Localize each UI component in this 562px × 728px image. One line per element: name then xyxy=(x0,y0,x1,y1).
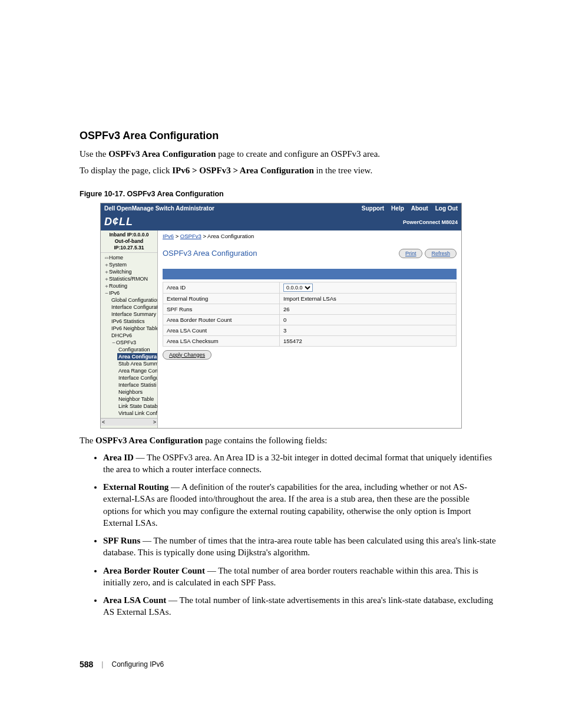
row-label: SPF Runs xyxy=(163,304,280,314)
page-number: 588 xyxy=(80,660,93,669)
scrollbar[interactable]: < > xyxy=(101,418,157,426)
tree-item[interactable]: Area Range Con xyxy=(117,367,157,374)
config-table: Area ID 0.0.0.0 External Routing Import … xyxy=(163,282,457,347)
tree-statistics[interactable]: +Statistics/RMON xyxy=(103,275,157,282)
term: SPF Runs xyxy=(103,536,140,545)
refresh-button[interactable]: Refresh xyxy=(425,249,457,258)
text-bold: IPv6 > OSPFv3 > Area Configuration xyxy=(172,166,314,175)
app-topbar: Dell OpenManage Switch Administrator Sup… xyxy=(101,203,461,214)
table-row: Area Border Router Count 0 xyxy=(163,314,457,325)
scroll-right-icon[interactable]: > xyxy=(153,419,156,425)
row-label: External Routing xyxy=(163,293,280,304)
text: The xyxy=(80,436,95,445)
field-list: Area ID — The OSPFv3 area. An Area ID is… xyxy=(80,452,497,618)
text: page contains the following fields: xyxy=(203,436,327,445)
outband-ip: Out-of-band IP:10.27.5.31 xyxy=(101,238,157,251)
brand-bar: D¢LL PowerConnect M8024 xyxy=(101,214,461,230)
tree-item[interactable]: Virtual Link Conf xyxy=(117,410,157,417)
breadcrumb-ospfv3[interactable]: OSPFv3 xyxy=(180,233,201,239)
about-link[interactable]: About xyxy=(411,205,428,212)
text: page to create and configure an OSPFv3 a… xyxy=(216,149,380,159)
tree-item[interactable]: Interface Summary xyxy=(110,311,157,318)
row-label: Area LSA Checksum xyxy=(163,335,280,346)
tree-item[interactable]: IPv6 Neighbor Table xyxy=(110,325,157,332)
tree-item[interactable]: Interface Statisti xyxy=(117,381,157,388)
list-item: Area LSA Count — The total number of lin… xyxy=(103,594,497,618)
list-item: External Routing — A definition of the r… xyxy=(103,481,497,529)
table-row: Area ID 0.0.0.0 xyxy=(163,282,457,293)
tree-item[interactable]: Global Configuration xyxy=(110,297,157,304)
table-row: SPF Runs 26 xyxy=(163,304,457,314)
apply-changes-button[interactable]: Apply Changes xyxy=(163,350,211,360)
nav-sidebar: Inband IP:0.0.0.0 Out-of-band IP:10.27.5… xyxy=(101,230,158,428)
content-pane: IPv6 > OSPFv3 > Area Configuration OSPFv… xyxy=(158,230,461,428)
model-label: PowerConnect M8024 xyxy=(403,219,458,225)
page-footer: 588 | Configuring IPv6 xyxy=(80,660,497,669)
tree-switching[interactable]: +Switching xyxy=(103,268,157,275)
figure-caption: Figure 10-17. OSPFv3 Area Configuration xyxy=(80,190,497,198)
tree-item[interactable]: Neighbor Table xyxy=(117,396,157,403)
row-value: 0 xyxy=(280,314,457,325)
row-label: Area Border Router Count xyxy=(163,314,280,325)
table-row: Area LSA Checksum 155472 xyxy=(163,335,457,346)
text: To display the page, click xyxy=(80,166,172,175)
inband-ip: Inband IP:0.0.0.0 xyxy=(101,232,157,238)
breadcrumb-ipv6[interactable]: IPv6 xyxy=(163,233,174,239)
tree-item[interactable]: Neighbors xyxy=(117,388,157,396)
table-row: External Routing Import External LSAs xyxy=(163,293,457,304)
app-title: Dell OpenManage Switch Administrator xyxy=(104,205,214,212)
row-label: Area ID xyxy=(163,282,280,293)
text: in the tree view. xyxy=(314,166,372,175)
list-item: Area Border Router Count — The total num… xyxy=(103,565,497,589)
breadcrumb: IPv6 > OSPFv3 > Area Configuration xyxy=(158,230,461,242)
panel-title: OSPFv3 Area Configuration xyxy=(163,249,257,258)
screenshot-panel: Dell OpenManage Switch Administrator Sup… xyxy=(100,203,462,429)
list-item: Area ID — The OSPFv3 area. An Area ID is… xyxy=(103,452,497,476)
tree-routing[interactable]: +Routing xyxy=(103,282,157,289)
row-value: Import External LSAs xyxy=(280,293,457,304)
row-value: 3 xyxy=(280,325,457,335)
row-value: 155472 xyxy=(280,335,457,346)
list-item: SPF Runs — The number of times that the … xyxy=(103,535,497,559)
tree-ipv6[interactable]: −IPv6 xyxy=(103,289,157,297)
dell-logo: D¢LL xyxy=(104,216,133,228)
logout-link[interactable]: Log Out xyxy=(435,205,458,212)
term: Area LSA Count xyxy=(103,595,166,605)
section-heading: OSPFv3 Area Configuration xyxy=(80,130,497,142)
tree-home[interactable]: ▭Home xyxy=(103,254,157,261)
chapter-name: Configuring IPv6 xyxy=(111,660,164,668)
text-bold: OSPFv3 Area Configuration xyxy=(95,436,203,445)
separator: | xyxy=(101,660,103,668)
breadcrumb-current: Area Configuration xyxy=(207,233,254,239)
desc: — The number of times that the intra-are… xyxy=(103,536,496,557)
after-figure-text: The OSPFv3 Area Configuration page conta… xyxy=(80,436,497,446)
section-bar xyxy=(163,269,457,279)
tree-item[interactable]: Interface Configu xyxy=(117,374,157,381)
help-link[interactable]: Help xyxy=(391,205,404,212)
row-value: 26 xyxy=(280,304,457,314)
ip-info: Inband IP:0.0.0.0 Out-of-band IP:10.27.5… xyxy=(101,230,157,253)
text-bold: OSPFv3 Area Configuration xyxy=(108,149,216,159)
intro-paragraph-2: To display the page, click IPv6 > OSPFv3… xyxy=(80,164,497,176)
scroll-left-icon[interactable]: < xyxy=(102,419,105,425)
tree-system[interactable]: +System xyxy=(103,261,157,268)
tree-item[interactable]: IPv6 Statistics xyxy=(110,318,157,325)
print-button[interactable]: Print xyxy=(399,249,423,258)
row-label: Area LSA Count xyxy=(163,325,280,335)
term: External Routing xyxy=(103,482,168,492)
tree-item[interactable]: DHCPv6 xyxy=(110,332,157,339)
area-id-select[interactable]: 0.0.0.0 xyxy=(283,284,313,292)
nav-tree: ▭Home +System +Switching +Statistics/RMO… xyxy=(101,253,157,418)
tree-item[interactable]: Link State Datab xyxy=(117,403,157,410)
intro-paragraph-1: Use the OSPFv3 Area Configuration page t… xyxy=(80,148,497,160)
tree-ospfv3[interactable]: −OSPFv3 xyxy=(110,339,157,346)
support-link[interactable]: Support xyxy=(362,205,384,212)
tree-item[interactable]: Stub Area Summ xyxy=(117,360,157,367)
text: Use the xyxy=(80,149,108,159)
term: Area ID xyxy=(103,453,134,462)
tree-item[interactable]: Interface Configurat xyxy=(110,304,157,311)
tree-item[interactable]: Configuration xyxy=(117,346,157,353)
desc: — The OSPFv3 area. An Area ID is a 32-bi… xyxy=(103,453,492,474)
tree-item-selected[interactable]: Area Configura xyxy=(117,353,157,360)
term: Area Border Router Count xyxy=(103,566,205,575)
